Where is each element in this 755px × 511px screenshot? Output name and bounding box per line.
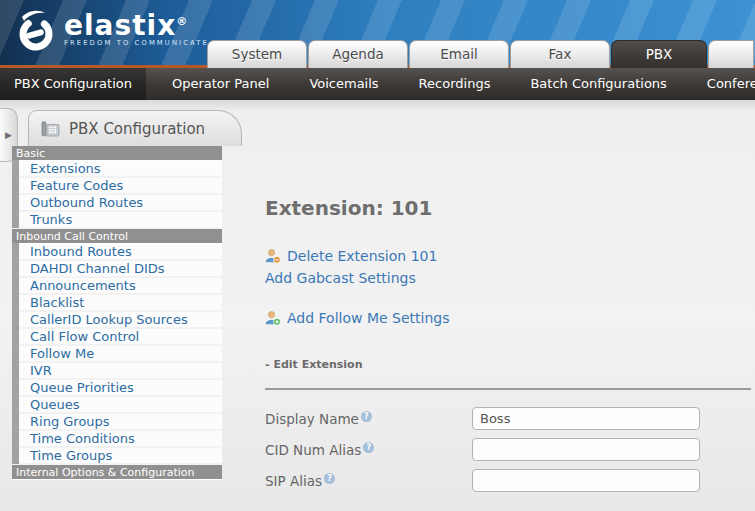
sidebar-item-trunks[interactable]: Trunks [12, 212, 222, 229]
item-strip [12, 277, 19, 294]
add-follow-me-link[interactable]: Add Follow Me Settings [287, 310, 449, 326]
page-title: Extension: 101 [265, 196, 751, 220]
nav-batch-configurations[interactable]: Batch Configurations [516, 68, 680, 100]
item-strip [12, 362, 19, 379]
item-strip [12, 311, 19, 328]
user-add-icon [265, 310, 281, 326]
sidebar-item-announcements[interactable]: Announcements [12, 278, 222, 295]
registered-mark: ® [176, 15, 188, 28]
elastix-logo-icon [12, 7, 58, 55]
sidebar-item-queue-priorities[interactable]: Queue Priorities [12, 380, 222, 397]
cid-num-alias-label: CID Num Alias? [265, 442, 472, 458]
sidebar-item-callerid-lookup-sources[interactable]: CallerID Lookup Sources [12, 312, 222, 329]
sidebar-item-time-groups[interactable]: Time Groups [12, 448, 222, 465]
sidebar-item-blacklist[interactable]: Blacklist [12, 295, 222, 312]
gabcast-row: Add Gabcast Settings [265, 268, 751, 288]
sidebar-item-ivr[interactable]: IVR [12, 363, 222, 380]
menu-section-basic: Basic [12, 146, 222, 161]
sidebar-item-queues[interactable]: Queues [12, 397, 222, 414]
nav-pbx-configuration[interactable]: PBX Configuration [0, 68, 146, 100]
follow-me-row: Add Follow Me Settings [265, 308, 751, 328]
nav-recordings[interactable]: Recordings [405, 68, 505, 100]
sip-alias-row: SIP Alias? [265, 469, 751, 492]
display-name-input[interactable] [472, 407, 700, 430]
menu-section-internal-options: Internal Options & Configuration [12, 465, 222, 480]
add-gabcast-link[interactable]: Add Gabcast Settings [265, 270, 416, 286]
item-strip [12, 294, 19, 311]
phone-icon [41, 121, 60, 137]
item-strip [12, 447, 19, 464]
brand-tagline: FREEDOM TO COMMUNICATE [64, 39, 209, 47]
top-tab-bar: System Agenda Email Fax PBX [207, 40, 755, 68]
display-name-row: Display Name? [265, 407, 751, 430]
sidebar-item-ring-groups[interactable]: Ring Groups [12, 414, 222, 431]
help-icon[interactable]: ? [363, 442, 374, 453]
logo-text: elastix® FREEDOM TO COMMUNICATE [64, 7, 209, 47]
form-divider [265, 388, 751, 390]
sidebar-item-feature-codes[interactable]: Feature Codes [12, 178, 222, 195]
user-delete-icon [265, 248, 281, 264]
item-strip [12, 160, 19, 177]
edit-extension-form: Display Name? CID Num Alias? SIP Alias? [265, 407, 751, 492]
item-strip [12, 430, 19, 447]
item-strip [12, 194, 19, 211]
cid-num-alias-row: CID Num Alias? [265, 438, 751, 461]
item-strip [12, 260, 19, 277]
cid-num-alias-input[interactable] [472, 438, 700, 461]
sip-alias-input[interactable] [472, 469, 700, 492]
sidebar-menu: Basic Extensions Feature Codes Outbound … [12, 146, 222, 480]
sidebar-item-inbound-routes[interactable]: Inbound Routes [12, 244, 222, 261]
help-icon[interactable]: ? [361, 411, 372, 422]
tab-system[interactable]: System [207, 40, 307, 68]
edit-extension-section-label: - Edit Extension [265, 358, 751, 371]
tab-agenda[interactable]: Agenda [308, 40, 408, 68]
help-icon[interactable]: ? [324, 473, 335, 484]
nav-operator-panel[interactable]: Operator Panel [158, 68, 283, 100]
item-strip [12, 328, 19, 345]
sip-alias-label: SIP Alias? [265, 473, 472, 489]
tab-pbx[interactable]: PBX [611, 40, 707, 68]
sidebar-panel-title: PBX Configuration [69, 120, 205, 138]
nav-voicemails[interactable]: Voicemails [295, 68, 392, 100]
display-name-label: Display Name? [265, 411, 472, 427]
main-panel: Extension: 101 Delete Extension 101 Add … [265, 196, 751, 500]
tab-fax[interactable]: Fax [510, 40, 610, 68]
item-strip [12, 413, 19, 430]
page: elastix® FREEDOM TO COMMUNICATE System A… [0, 0, 755, 511]
sidebar-item-outbound-routes[interactable]: Outbound Routes [12, 195, 222, 212]
item-strip [12, 211, 19, 228]
item-strip [12, 243, 19, 260]
sidebar-item-follow-me[interactable]: Follow Me [12, 346, 222, 363]
sidebar-item-dahdi-channel-dids[interactable]: DAHDI Channel DIDs [12, 261, 222, 278]
sidebar-item-call-flow-control[interactable]: Call Flow Control [12, 329, 222, 346]
sidebar-item-time-conditions[interactable]: Time Conditions [12, 431, 222, 448]
item-strip [12, 396, 19, 413]
nav-conference[interactable]: Conference [693, 68, 755, 100]
brand-name: elastix® [64, 7, 209, 41]
collapse-arrow-icon: ▶ [5, 130, 12, 140]
item-strip [12, 177, 19, 194]
pbx-subnav: PBX Configuration Operator Panel Voicema… [0, 68, 755, 100]
tab-email[interactable]: Email [409, 40, 509, 68]
item-strip [12, 379, 19, 396]
tab-partial-cutoff[interactable] [708, 40, 754, 68]
delete-extension-row: Delete Extension 101 [265, 246, 751, 266]
elastix-logo[interactable]: elastix® FREEDOM TO COMMUNICATE [12, 7, 209, 55]
sidebar-item-extensions[interactable]: Extensions [12, 161, 222, 178]
menu-section-inbound-call-control: Inbound Call Control [12, 229, 222, 244]
item-strip [12, 345, 19, 362]
content-area: ▶ PBX Configuration Basic Extensions Fea… [0, 100, 755, 511]
sidebar-panel-tab[interactable]: PBX Configuration [28, 110, 242, 146]
delete-extension-link[interactable]: Delete Extension 101 [287, 248, 437, 264]
